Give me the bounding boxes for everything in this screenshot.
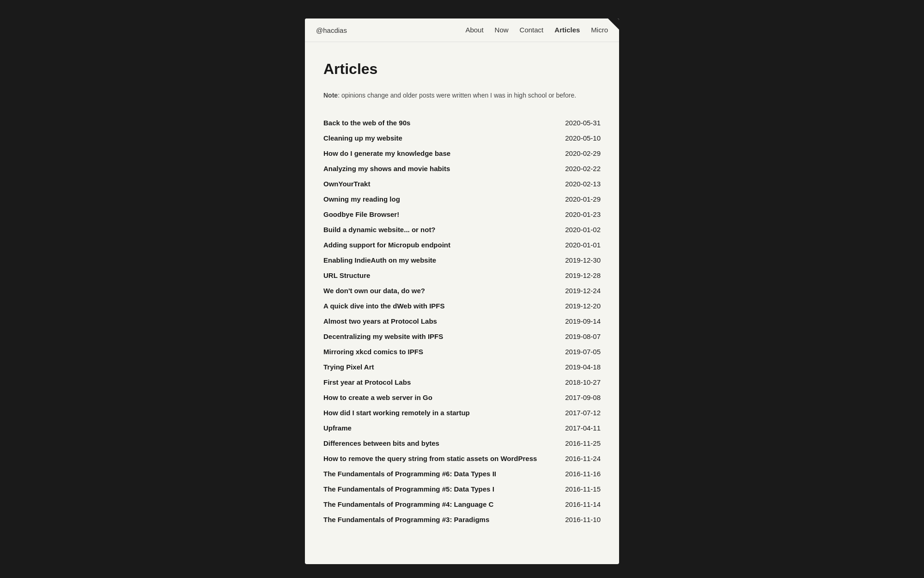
article-item: URL Structure2019-12-28 bbox=[323, 268, 601, 283]
article-date: 2020-02-13 bbox=[565, 180, 601, 188]
article-date: 2020-01-01 bbox=[565, 241, 601, 249]
article-item: The Fundamentals of Programming #3: Para… bbox=[323, 512, 601, 527]
article-item: Adding support for Micropub endpoint2020… bbox=[323, 237, 601, 252]
brand-link[interactable]: @hacdias bbox=[316, 26, 347, 34]
note-label: Note bbox=[323, 92, 338, 99]
article-item: The Fundamentals of Programming #5: Data… bbox=[323, 481, 601, 497]
article-item: Cleaning up my website2020-05-10 bbox=[323, 130, 601, 146]
article-date: 2019-09-14 bbox=[565, 317, 601, 325]
article-title-link[interactable]: Owning my reading log bbox=[323, 195, 565, 203]
article-item: A quick dive into the dWeb with IPFS2019… bbox=[323, 298, 601, 314]
main-content: Articles Note: opinions change and older… bbox=[305, 42, 619, 555]
article-item: Enabling IndieAuth on my website2019-12-… bbox=[323, 252, 601, 268]
note-text: : opinions change and older posts were w… bbox=[338, 92, 576, 99]
article-title-link[interactable]: We don't own our data, do we? bbox=[323, 287, 565, 295]
article-title-link[interactable]: Cleaning up my website bbox=[323, 134, 565, 142]
article-date: 2020-02-22 bbox=[565, 165, 601, 172]
article-item: How to create a web server in Go2017-09-… bbox=[323, 390, 601, 405]
article-date: 2020-02-29 bbox=[565, 149, 601, 157]
article-title-link[interactable]: How to create a web server in Go bbox=[323, 394, 565, 401]
nav-item-about[interactable]: About bbox=[465, 26, 483, 34]
article-date: 2016-11-16 bbox=[565, 470, 601, 478]
article-date: 2016-11-24 bbox=[565, 455, 601, 462]
article-title-link[interactable]: Decentralizing my website with IPFS bbox=[323, 332, 565, 340]
article-title-link[interactable]: The Fundamentals of Programming #4: Lang… bbox=[323, 500, 565, 508]
article-item: First year at Protocol Labs2018-10-27 bbox=[323, 375, 601, 390]
article-date: 2020-01-02 bbox=[565, 226, 601, 234]
article-title-link[interactable]: Differences between bits and bytes bbox=[323, 439, 565, 447]
article-title-link[interactable]: Analyzing my shows and movie habits bbox=[323, 165, 565, 172]
nav-item-articles[interactable]: Articles bbox=[554, 26, 580, 34]
nav-link-contact[interactable]: Contact bbox=[520, 26, 544, 34]
article-title-link[interactable]: Enabling IndieAuth on my website bbox=[323, 256, 565, 264]
article-title-link[interactable]: Back to the web of the 90s bbox=[323, 119, 565, 127]
article-title-link[interactable]: The Fundamentals of Programming #5: Data… bbox=[323, 485, 565, 493]
article-date: 2016-11-10 bbox=[565, 516, 601, 523]
article-title-link[interactable]: Upframe bbox=[323, 424, 565, 432]
article-date: 2020-05-31 bbox=[565, 119, 601, 127]
nav-link-now[interactable]: Now bbox=[495, 26, 509, 34]
article-date: 2019-12-24 bbox=[565, 287, 601, 295]
article-date: 2019-12-20 bbox=[565, 302, 601, 310]
article-date: 2019-08-07 bbox=[565, 332, 601, 340]
article-date: 2020-05-10 bbox=[565, 134, 601, 142]
article-title-link[interactable]: URL Structure bbox=[323, 271, 565, 279]
article-item: We don't own our data, do we?2019-12-24 bbox=[323, 283, 601, 298]
article-item: Decentralizing my website with IPFS2019-… bbox=[323, 329, 601, 344]
article-item: Owning my reading log2020-01-29 bbox=[323, 191, 601, 207]
article-date: 2016-11-14 bbox=[565, 500, 601, 508]
article-item: OwnYourTrakt2020-02-13 bbox=[323, 176, 601, 191]
article-item: The Fundamentals of Programming #4: Lang… bbox=[323, 497, 601, 512]
article-title-link[interactable]: Trying Pixel Art bbox=[323, 363, 565, 371]
article-date: 2019-07-05 bbox=[565, 348, 601, 356]
article-item: Back to the web of the 90s2020-05-31 bbox=[323, 115, 601, 130]
article-item: Goodbye File Browser!2020-01-23 bbox=[323, 207, 601, 222]
article-date: 2017-07-12 bbox=[565, 409, 601, 417]
article-item: Upframe2017-04-11 bbox=[323, 420, 601, 436]
article-title-link[interactable]: How to remove the query string from stat… bbox=[323, 455, 565, 462]
article-title-link[interactable]: How do I generate my knowledge base bbox=[323, 149, 565, 157]
article-item: The Fundamentals of Programming #6: Data… bbox=[323, 466, 601, 481]
article-title-link[interactable]: Build a dynamic website... or not? bbox=[323, 226, 565, 234]
article-item: Mirroring xkcd comics to IPFS2019-07-05 bbox=[323, 344, 601, 359]
article-item: How to remove the query string from stat… bbox=[323, 451, 601, 466]
article-item: How do I generate my knowledge base2020-… bbox=[323, 146, 601, 161]
article-title-link[interactable]: A quick dive into the dWeb with IPFS bbox=[323, 302, 565, 310]
page-title: Articles bbox=[323, 61, 601, 78]
article-title-link[interactable]: OwnYourTrakt bbox=[323, 180, 565, 188]
nav-link-about[interactable]: About bbox=[465, 26, 483, 34]
article-date: 2017-09-08 bbox=[565, 394, 601, 401]
article-date: 2019-12-30 bbox=[565, 256, 601, 264]
navigation: @hacdias About Now Contact Articles Micr… bbox=[305, 18, 619, 42]
article-date: 2017-04-11 bbox=[565, 424, 601, 432]
nav-links: About Now Contact Articles Micro bbox=[465, 26, 608, 34]
article-title-link[interactable]: Goodbye File Browser! bbox=[323, 210, 565, 218]
article-item: How did I start working remotely in a st… bbox=[323, 405, 601, 420]
page-container: @hacdias About Now Contact Articles Micr… bbox=[305, 18, 619, 564]
article-title-link[interactable]: Adding support for Micropub endpoint bbox=[323, 241, 565, 249]
article-date: 2019-04-18 bbox=[565, 363, 601, 371]
nav-item-now[interactable]: Now bbox=[495, 26, 509, 34]
article-title-link[interactable]: The Fundamentals of Programming #3: Para… bbox=[323, 516, 565, 523]
article-title-link[interactable]: Almost two years at Protocol Labs bbox=[323, 317, 565, 325]
article-date: 2020-01-29 bbox=[565, 195, 601, 203]
articles-list: Back to the web of the 90s2020-05-31Clea… bbox=[323, 115, 601, 527]
article-title-link[interactable]: The Fundamentals of Programming #6: Data… bbox=[323, 470, 565, 478]
article-title-link[interactable]: How did I start working remotely in a st… bbox=[323, 409, 565, 417]
nav-link-micro[interactable]: Micro bbox=[591, 26, 608, 34]
nav-item-contact[interactable]: Contact bbox=[520, 26, 544, 34]
article-item: Almost two years at Protocol Labs2019-09… bbox=[323, 314, 601, 329]
article-item: Analyzing my shows and movie habits2020-… bbox=[323, 161, 601, 176]
article-item: Differences between bits and bytes2016-1… bbox=[323, 436, 601, 451]
article-date: 2019-12-28 bbox=[565, 271, 601, 279]
article-item: Trying Pixel Art2019-04-18 bbox=[323, 359, 601, 375]
article-date: 2018-10-27 bbox=[565, 378, 601, 386]
article-title-link[interactable]: First year at Protocol Labs bbox=[323, 378, 565, 386]
article-date: 2016-11-25 bbox=[565, 439, 601, 447]
nav-item-micro[interactable]: Micro bbox=[591, 26, 608, 34]
nav-link-articles[interactable]: Articles bbox=[554, 26, 580, 34]
article-date: 2020-01-23 bbox=[565, 210, 601, 218]
article-title-link[interactable]: Mirroring xkcd comics to IPFS bbox=[323, 348, 565, 356]
article-date: 2016-11-15 bbox=[565, 485, 601, 493]
disclaimer-note: Note: opinions change and older posts we… bbox=[323, 91, 601, 100]
